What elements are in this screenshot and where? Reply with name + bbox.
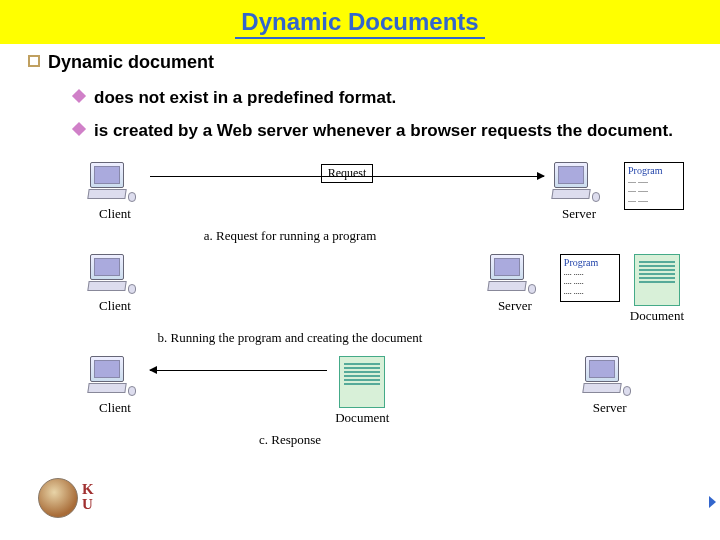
caption-b: b. Running the program and creating the … — [80, 330, 500, 346]
client-label: Client — [99, 400, 131, 416]
request-box: Request — [321, 164, 374, 183]
diagram-row-b: Client Server Program .... ......... ...… — [80, 254, 684, 324]
server-label: Server — [562, 206, 596, 222]
document-icon — [634, 254, 680, 306]
diagram-row-c: Client Document Server — [80, 356, 684, 426]
bullet-lvl2-a-text: does not exist in a predefined format. — [94, 87, 396, 108]
program-icon: Program .... ......... ......... ..... — [560, 254, 620, 302]
diamond-bullet-icon — [72, 89, 86, 103]
client-node-b: Client — [80, 254, 150, 314]
arrow-request: Request — [150, 162, 544, 177]
arrow-response — [150, 356, 327, 371]
client-node-a: Client — [80, 162, 150, 222]
program-title: Program — [564, 257, 598, 268]
document-box-c: Document — [335, 356, 389, 426]
server-node-b: Server — [480, 254, 550, 314]
program-title: Program — [628, 165, 662, 176]
arrow-empty-b — [150, 254, 480, 269]
client-label: Client — [99, 206, 131, 222]
caption-a: a. Request for running a program — [80, 228, 500, 244]
document-label: Document — [630, 308, 684, 324]
document-label: Document — [335, 410, 389, 426]
square-bullet-icon — [28, 55, 40, 67]
computer-icon — [490, 254, 540, 296]
document-box-b: Document — [630, 254, 684, 324]
computer-icon — [90, 356, 140, 398]
document-icon — [339, 356, 385, 408]
client-label: Client — [99, 298, 131, 314]
slide-title: Dynamic Documents — [241, 8, 478, 36]
arrow-c-right — [397, 356, 574, 371]
bullet-lvl2-b: is created by a Web server whenever a br… — [74, 120, 696, 141]
server-node-c: Server — [575, 356, 645, 416]
server-label: Server — [498, 298, 532, 314]
server-node-a: Server — [544, 162, 614, 222]
computer-icon — [90, 162, 140, 204]
program-box-b: Program .... ......... ......... ..... — [560, 254, 620, 302]
content-area: Dynamic document does not exist in a pre… — [0, 44, 720, 142]
bullet-lvl1: Dynamic document — [28, 52, 696, 73]
diagram-area: Client Request Server Program .... .....… — [0, 154, 720, 448]
program-icon: Program .... ......... ......... ..... — [624, 162, 684, 210]
bullet-lvl2-a: does not exist in a predefined format. — [74, 87, 696, 108]
program-box-a: Program .... ......... ......... ..... — [624, 162, 684, 210]
title-underline — [235, 37, 485, 39]
diagram-row-a: Client Request Server Program .... .....… — [80, 162, 684, 222]
university-seal-icon — [38, 478, 78, 518]
bullet-lvl1-text: Dynamic document — [48, 52, 214, 73]
computer-icon — [554, 162, 604, 204]
diamond-bullet-icon — [72, 122, 86, 136]
caption-c: c. Response — [80, 432, 500, 448]
client-node-c: Client — [80, 356, 150, 416]
title-bar: Dynamic Documents — [0, 0, 720, 44]
footer-initials: KU — [82, 482, 94, 512]
bullet-lvl2-b-text: is created by a Web server whenever a br… — [94, 120, 673, 141]
computer-icon — [585, 356, 635, 398]
computer-icon — [90, 254, 140, 296]
next-slide-icon[interactable] — [709, 496, 716, 508]
server-label: Server — [593, 400, 627, 416]
